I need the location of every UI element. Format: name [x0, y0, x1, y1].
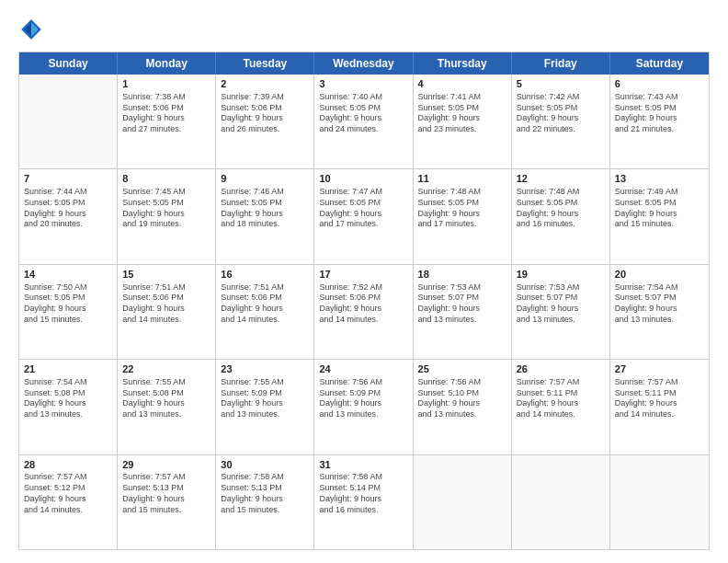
- header-day: Saturday: [610, 52, 709, 75]
- calendar-cell: 26Sunrise: 7:57 AMSunset: 5:11 PMDayligh…: [512, 360, 610, 454]
- sunrise: Sunrise: 7:51 AM: [122, 282, 210, 293]
- daylight-line2: and 14 minutes.: [24, 505, 112, 516]
- sunset: Sunset: 5:05 PM: [615, 198, 704, 209]
- sunrise: Sunrise: 7:58 AM: [319, 472, 407, 483]
- calendar-cell: 12Sunrise: 7:48 AMSunset: 5:05 PMDayligh…: [512, 169, 610, 263]
- calendar-cell: 24Sunrise: 7:56 AMSunset: 5:09 PMDayligh…: [314, 360, 413, 454]
- day-number: 25: [418, 362, 506, 376]
- sunrise: Sunrise: 7:54 AM: [615, 282, 704, 293]
- sunrise: Sunrise: 7:52 AM: [319, 282, 407, 293]
- sunset: Sunset: 5:05 PM: [122, 198, 210, 209]
- calendar-cell: 13Sunrise: 7:49 AMSunset: 5:05 PMDayligh…: [610, 169, 709, 263]
- daylight-line1: Daylight: 9 hours: [24, 209, 112, 220]
- calendar-cell: 30Sunrise: 7:58 AMSunset: 5:13 PMDayligh…: [216, 455, 314, 549]
- calendar-cell: 1Sunrise: 7:38 AMSunset: 5:06 PMDaylight…: [118, 75, 216, 168]
- calendar-cell: 20Sunrise: 7:54 AMSunset: 5:07 PMDayligh…: [610, 265, 709, 359]
- header-day: Tuesday: [216, 52, 314, 75]
- sunrise: Sunrise: 7:54 AM: [24, 377, 112, 388]
- calendar-cell: 16Sunrise: 7:51 AMSunset: 5:06 PMDayligh…: [216, 265, 314, 359]
- day-number: 4: [418, 77, 506, 91]
- header: [18, 17, 710, 42]
- daylight-line2: and 13 minutes.: [418, 315, 506, 326]
- calendar-cell: [414, 455, 512, 549]
- calendar-week: 28Sunrise: 7:57 AMSunset: 5:12 PMDayligh…: [19, 455, 709, 549]
- calendar-cell: 31Sunrise: 7:58 AMSunset: 5:14 PMDayligh…: [314, 455, 413, 549]
- daylight-line2: and 18 minutes.: [221, 219, 309, 230]
- sunrise: Sunrise: 7:58 AM: [221, 472, 309, 483]
- daylight-line2: and 14 minutes.: [122, 315, 210, 326]
- sunrise: Sunrise: 7:49 AM: [615, 187, 704, 198]
- daylight-line2: and 24 minutes.: [319, 124, 407, 135]
- day-number: 10: [319, 172, 407, 186]
- sunrise: Sunrise: 7:55 AM: [122, 377, 210, 388]
- daylight-line1: Daylight: 9 hours: [615, 209, 704, 220]
- daylight-line2: and 17 minutes.: [418, 219, 506, 230]
- sunrise: Sunrise: 7:57 AM: [517, 377, 605, 388]
- day-number: 21: [24, 362, 112, 376]
- day-number: 19: [517, 268, 605, 282]
- daylight-line2: and 27 minutes.: [122, 124, 210, 135]
- day-number: 16: [221, 268, 309, 282]
- sunset: Sunset: 5:09 PM: [221, 388, 309, 399]
- calendar-cell: 11Sunrise: 7:48 AMSunset: 5:05 PMDayligh…: [414, 169, 512, 263]
- daylight-line1: Daylight: 9 hours: [24, 494, 112, 505]
- daylight-line2: and 16 minutes.: [319, 505, 407, 516]
- daylight-line2: and 15 minutes.: [24, 315, 112, 326]
- header-day: Wednesday: [314, 52, 413, 75]
- sunrise: Sunrise: 7:43 AM: [615, 92, 704, 103]
- daylight-line1: Daylight: 9 hours: [418, 398, 506, 409]
- daylight-line2: and 22 minutes.: [517, 124, 605, 135]
- calendar-header: SundayMondayTuesdayWednesdayThursdayFrid…: [19, 52, 709, 75]
- sunrise: Sunrise: 7:45 AM: [122, 187, 210, 198]
- day-number: 7: [24, 172, 112, 186]
- daylight-line2: and 13 minutes.: [517, 315, 605, 326]
- daylight-line1: Daylight: 9 hours: [517, 398, 605, 409]
- calendar-cell: 17Sunrise: 7:52 AMSunset: 5:06 PMDayligh…: [314, 265, 413, 359]
- calendar-cell: 4Sunrise: 7:41 AMSunset: 5:05 PMDaylight…: [414, 75, 512, 168]
- sunset: Sunset: 5:09 PM: [319, 388, 407, 399]
- calendar-cell: 2Sunrise: 7:39 AMSunset: 5:06 PMDaylight…: [216, 75, 314, 168]
- sunset: Sunset: 5:06 PM: [122, 293, 210, 304]
- daylight-line1: Daylight: 9 hours: [221, 113, 309, 124]
- sunset: Sunset: 5:10 PM: [418, 388, 506, 399]
- sunrise: Sunrise: 7:51 AM: [221, 282, 309, 293]
- daylight-line2: and 15 minutes.: [221, 505, 309, 516]
- sunrise: Sunrise: 7:47 AM: [319, 187, 407, 198]
- daylight-line1: Daylight: 9 hours: [517, 304, 605, 315]
- sunrise: Sunrise: 7:56 AM: [319, 377, 407, 388]
- daylight-line2: and 15 minutes.: [122, 505, 210, 516]
- daylight-line1: Daylight: 9 hours: [122, 398, 210, 409]
- day-number: 14: [24, 268, 112, 282]
- daylight-line1: Daylight: 9 hours: [319, 494, 407, 505]
- page: SundayMondayTuesdayWednesdayThursdayFrid…: [0, 0, 728, 563]
- sunset: Sunset: 5:05 PM: [24, 198, 112, 209]
- sunrise: Sunrise: 7:40 AM: [319, 92, 407, 103]
- sunset: Sunset: 5:11 PM: [615, 388, 704, 399]
- sunrise: Sunrise: 7:57 AM: [24, 472, 112, 483]
- sunset: Sunset: 5:05 PM: [221, 198, 309, 209]
- daylight-line1: Daylight: 9 hours: [319, 113, 407, 124]
- day-number: 2: [221, 77, 309, 91]
- calendar-cell: 22Sunrise: 7:55 AMSunset: 5:08 PMDayligh…: [118, 360, 216, 454]
- calendar: SundayMondayTuesdayWednesdayThursdayFrid…: [18, 52, 710, 550]
- day-number: 28: [24, 458, 112, 472]
- day-number: 3: [319, 77, 407, 91]
- day-number: 11: [418, 172, 506, 186]
- sunset: Sunset: 5:05 PM: [319, 103, 407, 114]
- sunrise: Sunrise: 7:53 AM: [418, 282, 506, 293]
- daylight-line1: Daylight: 9 hours: [122, 209, 210, 220]
- daylight-line1: Daylight: 9 hours: [418, 209, 506, 220]
- calendar-cell: 3Sunrise: 7:40 AMSunset: 5:05 PMDaylight…: [314, 75, 413, 168]
- daylight-line2: and 13 minutes.: [122, 409, 210, 420]
- sunset: Sunset: 5:07 PM: [418, 293, 506, 304]
- daylight-line2: and 21 minutes.: [615, 124, 704, 135]
- calendar-cell: 18Sunrise: 7:53 AMSunset: 5:07 PMDayligh…: [414, 265, 512, 359]
- daylight-line2: and 15 minutes.: [615, 219, 704, 230]
- day-number: 29: [122, 458, 210, 472]
- day-number: 15: [122, 268, 210, 282]
- daylight-line2: and 23 minutes.: [418, 124, 506, 135]
- day-number: 6: [615, 77, 704, 91]
- sunrise: Sunrise: 7:44 AM: [24, 187, 112, 198]
- sunset: Sunset: 5:13 PM: [221, 483, 309, 494]
- daylight-line1: Daylight: 9 hours: [122, 113, 210, 124]
